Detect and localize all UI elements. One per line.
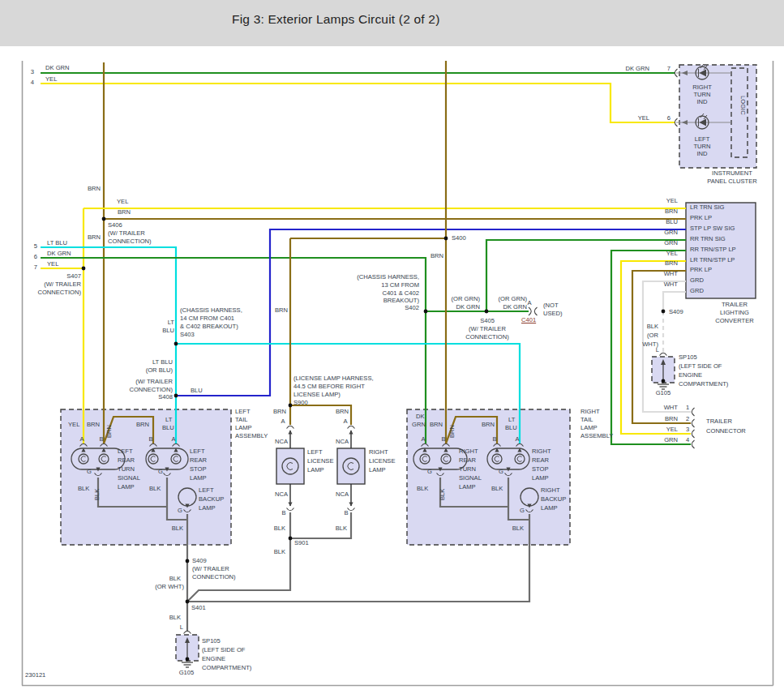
wire-label: A xyxy=(515,436,519,443)
wire-label: G xyxy=(499,469,503,476)
wire-label: BRN xyxy=(665,416,678,423)
wire-yel xyxy=(41,84,675,122)
pin-connector xyxy=(692,430,694,438)
wires-layer xyxy=(41,61,731,632)
component-label: PANEL CLUSTER xyxy=(707,178,757,186)
wire-label: BRN xyxy=(665,260,678,268)
wire-label: G xyxy=(87,469,92,476)
wire-label: RR TRN/STP LP xyxy=(690,246,736,254)
wire-label: (LEFT SIDE OF xyxy=(679,363,722,371)
wire-label: IND xyxy=(696,151,707,158)
wire-label: LT BLU xyxy=(47,240,67,247)
wire-label: LICENSE xyxy=(369,458,396,465)
diagram-page: Fig 3: Exterior Lamps Circuit (2 of 2) xyxy=(0,0,784,694)
wire-label: (W/ TRAILER xyxy=(108,230,145,238)
component-label: TRAILER xyxy=(722,302,748,309)
splice-dot-s901 xyxy=(289,537,293,541)
wire-label: (W/ TRAILER xyxy=(44,281,81,289)
splice-label: S406 xyxy=(108,222,122,229)
wire-label: YEL xyxy=(47,261,58,268)
pin-number: 4 xyxy=(686,437,689,444)
wire-label: BLK xyxy=(417,486,428,493)
inline-connector xyxy=(660,353,667,355)
terminal-arrow xyxy=(288,431,292,435)
wire-label: USED) xyxy=(543,311,563,318)
wire-label: BLK xyxy=(94,489,101,500)
pin-connector xyxy=(692,440,694,448)
wire-label: 44.5 CM BEFORE RIGHT xyxy=(293,383,365,391)
wire-label: LAMP xyxy=(199,505,216,512)
terminal-arc xyxy=(348,508,355,511)
wire-label: BLK xyxy=(169,576,181,583)
wire-label: DK GRN xyxy=(456,304,480,311)
component-label: TRAILER xyxy=(706,418,732,426)
terminal-arc xyxy=(348,426,355,428)
splice-label: S409 xyxy=(669,309,683,316)
wire-label: (CHASSIS HARNESS, xyxy=(180,307,242,315)
wire-label: 13 CM FROM xyxy=(381,282,419,289)
wire-label: TURN xyxy=(459,466,476,473)
splice-dot-s406 xyxy=(102,217,106,221)
wire-label: BRN xyxy=(665,208,678,216)
wire-label: (OR BLU) xyxy=(146,367,173,375)
component-label: CONNECTOR xyxy=(706,428,746,435)
wire-label: LAMP xyxy=(190,475,207,482)
wire-label: DK xyxy=(416,413,425,421)
wire-label: LAMP xyxy=(532,475,549,482)
terminal-arrow xyxy=(288,503,292,507)
wire-label: NCA xyxy=(275,439,288,446)
splice-dot-s409-left xyxy=(186,559,190,563)
component-label: ASSEMBLY xyxy=(235,433,268,440)
wire-label: LT BLU xyxy=(152,359,173,366)
wire-label: YEL xyxy=(68,422,79,429)
wire-label: SIGNAL xyxy=(459,475,482,482)
wire-label: DK GRN xyxy=(625,66,649,73)
component-label: TAIL xyxy=(581,417,593,424)
wire-label: BLK xyxy=(274,549,285,556)
diagram-canvas: DK GRN3YEL4DK GRN7YEL6RIGHTTURNINDLEFTTU… xyxy=(0,46,784,694)
wire-label: LT xyxy=(165,417,172,424)
splice-dot-g105-right-dot xyxy=(662,379,666,383)
wire-label: STOP xyxy=(190,466,207,473)
wire-label: BACKUP xyxy=(541,496,566,503)
wire-label: YEL xyxy=(117,199,128,206)
pin-number: 6 xyxy=(667,115,670,122)
wire-label: REAR xyxy=(532,457,549,465)
terminal-arc xyxy=(287,426,294,428)
wire-label: LICENSE LAMP) xyxy=(293,392,341,399)
wire-label: B xyxy=(99,436,103,443)
wire-label: A xyxy=(79,436,84,443)
wire-label: (OR xyxy=(647,332,658,340)
wiring-diagram xyxy=(0,46,784,694)
wire-label: ENGINE xyxy=(679,372,702,379)
splice-label: SP105 xyxy=(202,638,221,645)
inline-connector xyxy=(184,631,191,633)
wire-label: LT xyxy=(508,417,515,424)
wire-label: BRN xyxy=(449,425,456,438)
splice-label: S901 xyxy=(294,540,309,547)
wire-label: A xyxy=(171,436,175,443)
wire-label: & C402 BREAKOUT) xyxy=(180,323,238,331)
splice-dot-s408 xyxy=(174,394,178,398)
wire-label: YEL xyxy=(45,76,57,84)
pin-number: 6 xyxy=(34,254,37,261)
component-label: TAIL xyxy=(235,417,247,424)
wire-label: NCA xyxy=(275,491,288,499)
wire-label: YEL xyxy=(638,115,649,122)
wire-label: (LICENSE LAMP HARNESS, xyxy=(293,375,374,383)
pin-connector xyxy=(692,419,694,427)
wire-label: LICENSE xyxy=(307,458,334,465)
terminal-arc xyxy=(287,508,294,511)
wire-brn xyxy=(632,271,691,423)
wire-label: LEFT xyxy=(118,448,133,456)
right-license-lamp-box xyxy=(337,448,365,484)
splice-dot-g105-left-dot xyxy=(186,658,190,662)
wire-label: BRN xyxy=(275,307,288,315)
wire-label: GRN xyxy=(412,422,426,429)
wire-label: L xyxy=(180,624,183,632)
instrument-panel-cluster-box xyxy=(679,65,756,168)
wire-label: B xyxy=(344,510,348,517)
wire-label: PRK LP xyxy=(690,267,712,274)
pin-number: 7 xyxy=(34,264,37,272)
wire-label: WHT xyxy=(664,281,678,289)
